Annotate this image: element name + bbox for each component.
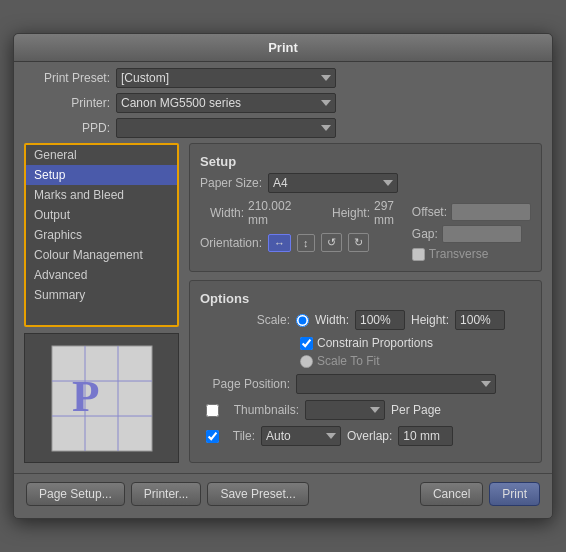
print-dialog: Print Print Preset: [Custom] Printer: Ca…: [13, 33, 553, 519]
thumbnails-select[interactable]: [305, 400, 385, 420]
tile-label: Tile:: [225, 429, 255, 443]
transverse-checkbox[interactable]: [412, 248, 425, 261]
sidebar-item-advanced[interactable]: Advanced: [26, 265, 177, 285]
sidebar-item-setup[interactable]: Setup: [26, 165, 177, 185]
height-value: 297 mm: [374, 199, 412, 227]
setup-section: Setup Paper Size: A4 Width: 210.002 mm: [189, 143, 542, 272]
constrain-label: Constrain Proportions: [317, 336, 433, 350]
options-section: Options Scale: Width: Height: Constrain …: [189, 280, 542, 463]
sidebar-item-colour-management[interactable]: Colour Management: [26, 245, 177, 265]
save-preset-button[interactable]: Save Preset...: [207, 482, 308, 506]
scale-to-fit-label: Scale To Fit: [317, 354, 379, 368]
ppd-select[interactable]: [116, 118, 336, 138]
overlap-label: Overlap:: [347, 429, 392, 443]
page-position-label: Page Position:: [200, 377, 290, 391]
scale-height-label: Height:: [411, 313, 449, 327]
offset-label: Offset:: [412, 205, 447, 219]
thumbnails-label: Thumbnails:: [225, 403, 299, 417]
dialog-title: Print: [268, 40, 298, 55]
orientation-landscape[interactable]: ↕: [297, 234, 315, 252]
scale-height-input[interactable]: [455, 310, 505, 330]
svg-text:P: P: [72, 371, 100, 421]
page-position-select[interactable]: [296, 374, 496, 394]
tile-checkbox[interactable]: [206, 430, 219, 443]
sidebar-item-marks-and-bleed[interactable]: Marks and Bleed: [26, 185, 177, 205]
tile-select[interactable]: Auto: [261, 426, 341, 446]
transverse-label: Transverse: [429, 247, 489, 261]
paper-size-select[interactable]: A4: [268, 173, 398, 193]
sidebar-list: General Setup Marks and Bleed Output Gra…: [24, 143, 179, 327]
print-preset-label: Print Preset:: [30, 71, 110, 85]
offset-value: [451, 203, 531, 221]
printer-select[interactable]: Canon MG5500 series: [116, 93, 336, 113]
constrain-proportions-checkbox[interactable]: [300, 337, 313, 350]
sidebar-item-summary[interactable]: Summary: [26, 285, 177, 305]
orientation-rot90[interactable]: ↺: [321, 233, 342, 252]
sidebar-item-general[interactable]: General: [26, 145, 177, 165]
printer-button[interactable]: Printer...: [131, 482, 202, 506]
right-panel: Setup Paper Size: A4 Width: 210.002 mm: [189, 143, 542, 463]
orientation-portrait[interactable]: ↔: [268, 234, 291, 252]
options-section-label: Options: [200, 291, 531, 306]
gap-value: [442, 225, 522, 243]
sidebar-item-graphics[interactable]: Graphics: [26, 225, 177, 245]
print-preset-select[interactable]: [Custom]: [116, 68, 336, 88]
scale-width-label: Width:: [315, 313, 349, 327]
sidebar: General Setup Marks and Bleed Output Gra…: [24, 143, 179, 463]
title-bar: Print: [14, 34, 552, 62]
paper-size-label: Paper Size:: [200, 176, 262, 190]
orientation-label: Orientation:: [200, 236, 262, 250]
per-page-label: Per Page: [391, 403, 441, 417]
overlap-input[interactable]: [398, 426, 453, 446]
bottom-buttons: Page Setup... Printer... Save Preset... …: [14, 473, 552, 518]
ppd-label: PPD:: [30, 121, 110, 135]
printer-label: Printer:: [30, 96, 110, 110]
sidebar-item-output[interactable]: Output: [26, 205, 177, 225]
scale-to-fit-radio[interactable]: [300, 355, 313, 368]
scale-label: Scale:: [200, 313, 290, 327]
gap-label: Gap:: [412, 227, 438, 241]
width-label: Width:: [210, 206, 244, 220]
print-button[interactable]: Print: [489, 482, 540, 506]
cancel-button[interactable]: Cancel: [420, 482, 483, 506]
page-preview: P: [24, 333, 179, 463]
thumbnails-checkbox[interactable]: [206, 404, 219, 417]
preview-svg: P: [42, 341, 162, 456]
page-setup-button[interactable]: Page Setup...: [26, 482, 125, 506]
width-value: 210.002 mm: [248, 199, 308, 227]
setup-section-label: Setup: [200, 154, 531, 169]
scale-width-input[interactable]: [355, 310, 405, 330]
scale-radio[interactable]: [296, 314, 309, 327]
svg-rect-0: [52, 346, 152, 451]
orientation-rot180[interactable]: ↻: [348, 233, 369, 252]
height-label: Height:: [332, 206, 370, 220]
